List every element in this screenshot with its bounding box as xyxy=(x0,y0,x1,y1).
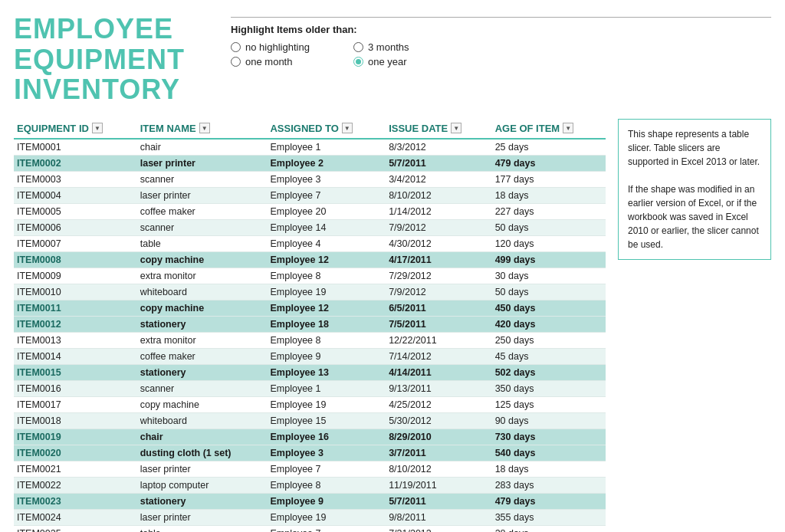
col-header-age-of-item: AGE OF ITEM ▼ xyxy=(492,119,606,139)
cell-item_name: stationery xyxy=(137,316,268,332)
radio-one-year[interactable]: one year xyxy=(353,56,476,67)
cell-assigned_to: Employee 8 xyxy=(267,268,386,284)
cell-item_name: copy machine xyxy=(137,396,268,412)
cell-item_name: laser printer xyxy=(137,155,268,171)
cell-assigned_to: Employee 19 xyxy=(267,284,386,300)
table-area: EQUIPMENT ID ▼ ITEM NAME ▼ xyxy=(14,119,606,532)
cell-issue_date: 7/9/2012 xyxy=(386,284,492,300)
cell-assigned_to: Employee 20 xyxy=(267,203,386,219)
table-row: ITEM0014coffee makerEmployee 97/14/20124… xyxy=(14,348,606,364)
highlight-options: no highlighting 3 months one month one y… xyxy=(231,41,771,67)
cell-item_name: scanner xyxy=(137,219,268,235)
cell-issue_date: 3/4/2012 xyxy=(386,171,492,187)
table-row: ITEM0012stationeryEmployee 187/5/2011420… xyxy=(14,316,606,332)
cell-issue_date: 7/31/2012 xyxy=(386,525,492,532)
cell-assigned_to: Employee 4 xyxy=(267,235,386,251)
cell-equipment_id: ITEM0021 xyxy=(14,461,137,477)
cell-age_of_item: 355 days xyxy=(492,509,606,525)
cell-item_name: stationery xyxy=(137,364,268,380)
cell-issue_date: 4/17/2011 xyxy=(386,251,492,268)
cell-age_of_item: 30 days xyxy=(492,268,606,284)
cell-assigned_to: Employee 19 xyxy=(267,509,386,525)
cell-issue_date: 7/14/2012 xyxy=(386,348,492,364)
cell-item_name: dusting cloth (1 set) xyxy=(137,445,268,461)
radio-label-no-highlighting: no highlighting xyxy=(245,41,310,53)
cell-item_name: whiteboard xyxy=(137,284,268,300)
cell-item_name: table xyxy=(137,525,268,532)
cell-issue_date: 8/10/2012 xyxy=(386,187,492,203)
cell-assigned_to: Employee 8 xyxy=(267,477,386,493)
cell-issue_date: 7/9/2012 xyxy=(386,219,492,235)
highlight-block: Highlight Items older than: no highlight… xyxy=(231,17,771,67)
radio-label-3-months: 3 months xyxy=(368,41,409,53)
table-row: ITEM0017copy machineEmployee 194/25/2012… xyxy=(14,396,606,412)
filter-equipment-id[interactable]: ▼ xyxy=(92,123,103,133)
cell-equipment_id: ITEM0011 xyxy=(14,300,137,316)
cell-item_name: coffee maker xyxy=(137,203,268,219)
cell-equipment_id: ITEM0025 xyxy=(14,525,137,532)
cell-assigned_to: Employee 2 xyxy=(267,155,386,171)
cell-item_name: chair xyxy=(137,139,268,156)
table-row: ITEM0003scannerEmployee 33/4/2012177 day… xyxy=(14,171,606,187)
cell-issue_date: 4/14/2011 xyxy=(386,364,492,380)
filter-issue-date[interactable]: ▼ xyxy=(451,123,461,133)
table-row: ITEM0001chairEmployee 18/3/201225 days xyxy=(14,139,606,156)
cell-assigned_to: Employee 1 xyxy=(267,380,386,396)
cell-age_of_item: 28 days xyxy=(492,525,606,532)
cell-equipment_id: ITEM0023 xyxy=(14,493,137,509)
table-header-row: EQUIPMENT ID ▼ ITEM NAME ▼ xyxy=(14,119,606,139)
cell-issue_date: 8/29/2010 xyxy=(386,429,492,445)
radio-one-month[interactable]: one month xyxy=(231,56,353,67)
col-header-assigned-to: ASSIGNED TO ▼ xyxy=(267,119,386,139)
cell-assigned_to: Employee 16 xyxy=(267,429,386,445)
filter-age-of-item[interactable]: ▼ xyxy=(563,123,573,133)
table-row: ITEM0021laser printerEmployee 78/10/2012… xyxy=(14,461,606,477)
cell-issue_date: 4/30/2012 xyxy=(386,235,492,251)
cell-issue_date: 8/10/2012 xyxy=(386,461,492,477)
cell-age_of_item: 502 days xyxy=(492,364,606,380)
cell-equipment_id: ITEM0016 xyxy=(14,380,137,396)
cell-item_name: laser printer xyxy=(137,461,268,477)
cell-equipment_id: ITEM0019 xyxy=(14,429,137,445)
cell-assigned_to: Employee 8 xyxy=(267,332,386,348)
cell-item_name: copy machine xyxy=(137,251,268,268)
cell-issue_date: 11/19/2011 xyxy=(386,477,492,493)
filter-assigned-to[interactable]: ▼ xyxy=(342,123,353,133)
cell-equipment_id: ITEM0006 xyxy=(14,219,137,235)
cell-item_name: whiteboard xyxy=(137,412,268,429)
table-row: ITEM0007tableEmployee 44/30/2012120 days xyxy=(14,235,606,251)
radio-no-highlighting[interactable]: no highlighting xyxy=(231,41,353,53)
radio-3-months[interactable]: 3 months xyxy=(353,41,476,53)
cell-equipment_id: ITEM0013 xyxy=(14,332,137,348)
table-row: ITEM0002laser printerEmployee 25/7/20114… xyxy=(14,155,606,171)
cell-issue_date: 8/3/2012 xyxy=(386,139,492,156)
cell-assigned_to: Employee 18 xyxy=(267,316,386,332)
cell-age_of_item: 50 days xyxy=(492,284,606,300)
table-row: ITEM0008copy machineEmployee 124/17/2011… xyxy=(14,251,606,268)
cell-assigned_to: Employee 12 xyxy=(267,251,386,268)
cell-age_of_item: 25 days xyxy=(492,139,606,156)
cell-equipment_id: ITEM0012 xyxy=(14,316,137,332)
cell-equipment_id: ITEM0010 xyxy=(14,284,137,300)
cell-issue_date: 6/5/2011 xyxy=(386,300,492,316)
filter-item-name[interactable]: ▼ xyxy=(199,123,210,133)
cell-issue_date: 4/25/2012 xyxy=(386,396,492,412)
cell-equipment_id: ITEM0022 xyxy=(14,477,137,493)
cell-age_of_item: 450 days xyxy=(492,300,606,316)
table-row: ITEM0009extra monitorEmployee 87/29/2012… xyxy=(14,268,606,284)
table-row: ITEM0016scannerEmployee 19/13/2011350 da… xyxy=(14,380,606,396)
table-row: ITEM0019chairEmployee 168/29/2010730 day… xyxy=(14,429,606,445)
cell-issue_date: 3/7/2011 xyxy=(386,445,492,461)
cell-assigned_to: Employee 9 xyxy=(267,493,386,509)
page: EMPLOYEE EQUIPMENT INVENTORY Highlight I… xyxy=(0,0,785,532)
cell-assigned_to: Employee 19 xyxy=(267,396,386,412)
cell-assigned_to: Employee 3 xyxy=(267,171,386,187)
radio-circle-one-month xyxy=(231,57,241,67)
cell-equipment_id: ITEM0005 xyxy=(14,203,137,219)
cell-age_of_item: 540 days xyxy=(492,445,606,461)
cell-issue_date: 5/30/2012 xyxy=(386,412,492,429)
cell-age_of_item: 45 days xyxy=(492,348,606,364)
table-row: ITEM0024laser printerEmployee 199/8/2011… xyxy=(14,509,606,525)
cell-age_of_item: 479 days xyxy=(492,493,606,509)
cell-equipment_id: ITEM0018 xyxy=(14,412,137,429)
